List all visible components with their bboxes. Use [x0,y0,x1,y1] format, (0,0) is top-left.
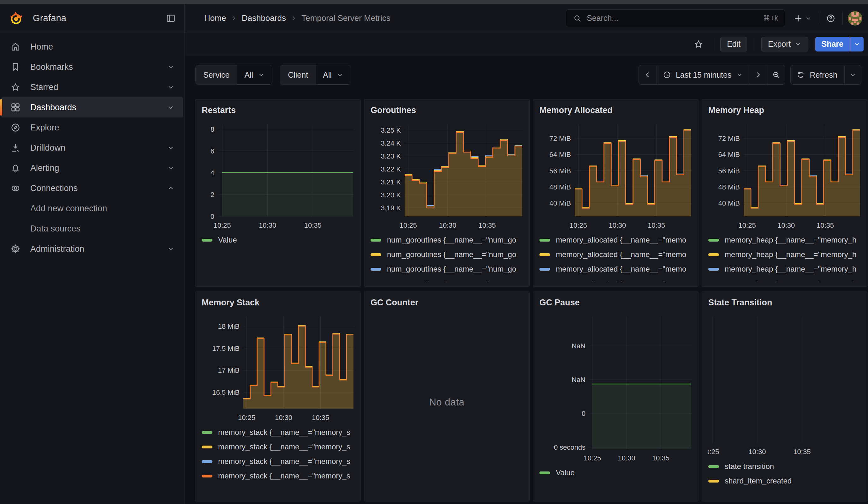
legend-swatch-icon [708,465,719,468]
legend-item[interactable]: Value [202,233,354,247]
help-button[interactable] [824,13,837,23]
variable-value-dropdown[interactable]: All [237,65,272,84]
avatar[interactable] [848,11,862,25]
sidebar-collapse-icon[interactable] [165,13,176,24]
add-button[interactable] [792,13,814,23]
legend-swatch-icon [371,253,381,256]
sidebar-item-add-new-connection[interactable]: Add new connection [1,198,183,218]
divider [819,12,819,25]
sidebar-item-drilldown[interactable]: Drilldown [1,138,183,158]
panel-title[interactable]: Memory Allocated [539,104,692,116]
panel-title[interactable]: Goroutines [371,104,523,116]
legend-item[interactable]: num_goroutines {__name__="num_go [371,262,523,276]
search-input[interactable]: Search... ⌘+k [566,10,785,27]
legend-item[interactable]: memory_stack {__name__="memory_s [202,469,354,483]
chevron-down-icon [167,164,175,172]
legend-label: memory_stack {__name__="memory_s [218,472,350,480]
svg-text:10:35: 10:35 [304,222,322,229]
legend-item[interactable]: memory_heap {__name__="memory_h [708,233,861,247]
share-button[interactable]: Share [815,37,850,51]
panel-legend: Value [539,465,692,496]
legend-item[interactable]: memory_heap {__name__="memory_h [708,262,861,276]
legend-item[interactable]: memory_allocated {__name__="memo [539,233,692,247]
divider [754,38,754,51]
svg-text:64 MiB: 64 MiB [719,151,740,158]
legend-item[interactable]: memory_allocated {__name__="memo [539,262,692,276]
share-menu-button[interactable] [850,37,864,51]
panel-title[interactable]: GC Counter [371,297,523,308]
legend-item[interactable]: memory_stack {__name__="memory_s [202,425,354,440]
svg-text:10:25: 10:25 [238,414,255,422]
panel-legend: memory_stack {__name__="memory_smemory_s… [202,425,354,496]
legend-item[interactable]: memory_allocated {__name__="memo [539,276,692,281]
svg-text:0: 0 [210,213,214,220]
chart-memory-stack: 16.5 MiB17 MiB17.5 MiB18 MiB10:2510:3010… [202,316,354,424]
brand-name: Grafana [33,13,66,23]
breadcrumb-item[interactable]: Home [204,13,226,23]
sidebar: HomeBookmarksStarredDashboardsExploreDri… [0,33,185,504]
svg-text:3.22 K: 3.22 K [381,165,401,173]
svg-text:10:35: 10:35 [312,414,329,422]
sidebar-item-alerting[interactable]: Alerting [1,158,183,178]
time-back-button[interactable] [639,65,657,84]
legend-label: memory_stack {__name__="memory_s [218,428,350,437]
legend-item[interactable]: Value [539,465,692,480]
legend-item[interactable]: state transition [708,459,861,474]
legend-item[interactable]: memory_allocated {__name__="memo [539,247,692,262]
sidebar-item-bookmarks[interactable]: Bookmarks [1,57,183,77]
chevron-down-icon [167,83,175,91]
legend-item[interactable]: memory_stack {__name__="memory_s [202,440,354,454]
legend-item[interactable]: memory_heap {__name__="memory_h [708,247,861,262]
sidebar-item-home[interactable]: Home [1,37,183,57]
sidebar-item-dashboards[interactable]: Dashboards [1,97,183,117]
refresh-interval-button[interactable] [844,65,861,84]
zoom-out-button[interactable] [767,65,785,84]
chart-restarts: 0246810:2510:3010:35 [202,124,354,232]
time-forward-button[interactable] [749,65,767,84]
legend-label: num_goroutines {__name__="num_go [387,250,516,259]
legend-item[interactable]: num_goroutines {__name__="num_go [371,247,523,262]
compass-icon [10,122,21,133]
chevron-down-icon [167,103,175,112]
sidebar-item-starred[interactable]: Starred [1,77,183,97]
panel-title[interactable]: Memory Stack [202,297,354,308]
sidebar-item-explore[interactable]: Explore [1,117,183,138]
refresh-button[interactable]: Refresh [790,65,844,84]
legend-label: Value [218,236,237,245]
panel-title[interactable]: State Transition [708,297,861,308]
favorite-star-icon[interactable] [693,39,704,49]
svg-text:10:30: 10:30 [439,222,456,229]
time-range-picker[interactable]: Last 15 minutes [657,65,749,84]
chevron-left-icon [643,70,652,79]
filter-row: ServiceAllClientAll Last 15 minutes [195,65,861,85]
panel-title[interactable]: GC Pause [539,297,692,308]
legend-swatch-icon [708,480,719,483]
svg-text:0: 0 [582,410,586,418]
legend-item[interactable]: num_goroutines {__name__="num_go [371,276,523,281]
sidebar-item-connections[interactable]: Connections [1,178,183,198]
chevron-down-icon [258,71,265,79]
panel-title[interactable]: Restarts [202,104,354,116]
export-button[interactable]: Export [761,37,808,51]
sidebar-item-administration[interactable]: Administration [1,239,183,259]
legend-swatch-icon [202,239,213,241]
panel-legend: memory_heap {__name__="memory_hmemory_he… [708,233,861,281]
variable-label: Service [196,65,237,84]
svg-text:10:30: 10:30 [609,222,626,229]
sidebar-item-data-sources[interactable]: Data sources [1,218,183,239]
panel-memory-heap: Memory Heap40 MiB48 MiB56 MiB64 MiB72 Mi… [702,99,867,287]
variable-value-dropdown[interactable]: All [316,65,351,84]
legend-item[interactable]: memory_stack {__name__="memory_s [202,454,354,469]
svg-text:NaN: NaN [572,376,586,384]
share-button-group: Share [815,37,864,51]
legend-item[interactable]: memory_heap {__name__="memory_h [708,276,861,281]
breadcrumb-item[interactable]: Dashboards [242,13,286,23]
svg-text:10:30: 10:30 [777,222,795,229]
svg-text:3.25 K: 3.25 K [381,126,401,134]
time-controls: Last 15 minutes Refresh [639,65,861,85]
edit-button[interactable]: Edit [720,37,747,51]
panel-title[interactable]: Memory Heap [708,104,861,116]
legend-item[interactable]: shard_item_created [708,474,861,488]
plus-icon [794,13,803,23]
legend-item[interactable]: num_goroutines {__name__="num_go [371,233,523,247]
